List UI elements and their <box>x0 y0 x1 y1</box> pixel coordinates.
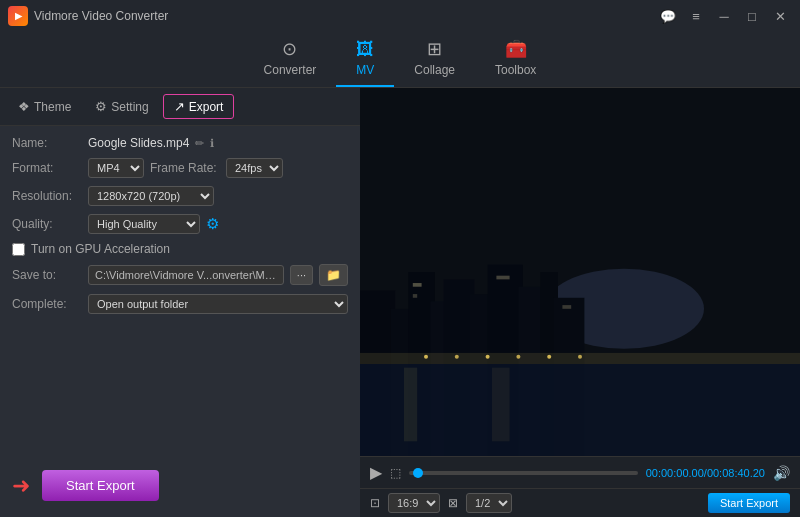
nav-collage-label: Collage <box>414 63 455 77</box>
scale-select[interactable]: 1/2 1/1 1/4 <box>466 493 512 513</box>
app-title: Vidmore Video Converter <box>34 9 168 23</box>
svg-rect-25 <box>492 368 510 442</box>
svg-rect-19 <box>413 283 422 287</box>
volume-icon[interactable]: 🔊 <box>773 465 790 481</box>
stop-button[interactable]: ⬚ <box>390 466 401 480</box>
form-area: Name: Google Slides.mp4 ✏ ℹ Format: MP4 … <box>0 126 360 454</box>
start-export-button[interactable]: Start Export <box>42 470 159 501</box>
saveto-folder-button[interactable]: 📁 <box>319 264 348 286</box>
titlebar-controls: 💬 ≡ ─ □ ✕ <box>656 6 792 26</box>
maximize-button[interactable]: □ <box>740 6 764 26</box>
nav-toolbox-label: Toolbox <box>495 63 536 77</box>
progress-bar[interactable] <box>409 471 638 475</box>
svg-point-14 <box>455 355 459 359</box>
nav-mv-label: MV <box>356 63 374 77</box>
arrow-icon: ➜ <box>12 473 30 499</box>
player-controls-2: ⊡ 16:9 4:3 1:1 ⊠ 1/2 1/1 1/4 Start Expor… <box>360 488 800 517</box>
resolution-label: Resolution: <box>12 189 82 203</box>
video-scene <box>360 88 800 456</box>
main-layout: ❖ Theme ⚙ Setting ↗ Export Name: Google … <box>0 88 800 517</box>
subtab-export-label: Export <box>189 100 224 114</box>
gpu-row: Turn on GPU Acceleration <box>12 242 348 256</box>
current-time: 00:00:00.00 <box>646 467 704 479</box>
export-area: ➜ Start Export <box>0 454 360 517</box>
svg-rect-23 <box>360 364 800 456</box>
complete-select[interactable]: Open output folder Do nothing Shut down <box>88 294 348 314</box>
titlebar: ▶ Vidmore Video Converter 💬 ≡ ─ □ ✕ <box>0 0 800 32</box>
export-icon: ↗ <box>174 99 185 114</box>
mv-icon: 🖼 <box>356 39 374 60</box>
name-info-icon[interactable]: ℹ <box>210 137 214 150</box>
subtabs: ❖ Theme ⚙ Setting ↗ Export <box>0 88 360 126</box>
framerate-label: Frame Rate: <box>150 161 220 175</box>
ratio-icon: ⊡ <box>370 496 380 510</box>
name-edit-icon[interactable]: ✏ <box>195 137 204 150</box>
svg-point-16 <box>516 355 520 359</box>
total-time: 00:08:40.20 <box>707 467 765 479</box>
menu-button[interactable]: ≡ <box>684 6 708 26</box>
subtab-theme-label: Theme <box>34 100 71 114</box>
quality-label: Quality: <box>12 217 82 231</box>
name-label: Name: <box>12 136 82 150</box>
framerate-select[interactable]: 24fps 30fps 60fps <box>226 158 283 178</box>
format-label: Format: <box>12 161 82 175</box>
name-value: Google Slides.mp4 <box>88 136 189 150</box>
left-panel: ❖ Theme ⚙ Setting ↗ Export Name: Google … <box>0 88 360 517</box>
saveto-row: Save to: C:\Vidmore\Vidmore V...onverter… <box>12 264 348 286</box>
format-row: Format: MP4 MOV AVI MKV Frame Rate: 24fp… <box>12 158 348 178</box>
svg-rect-20 <box>413 294 417 298</box>
name-row: Name: Google Slides.mp4 ✏ ℹ <box>12 136 348 150</box>
subtab-setting-label: Setting <box>111 100 148 114</box>
quality-select[interactable]: High Quality Standard Quality Low Qualit… <box>88 214 200 234</box>
top-navigation: ⊙ Converter 🖼 MV ⊞ Collage 🧰 Toolbox <box>0 32 800 88</box>
nav-collage[interactable]: ⊞ Collage <box>394 32 475 87</box>
video-background <box>360 88 800 456</box>
collage-icon: ⊞ <box>427 38 442 60</box>
time-display: 00:00:00.00/00:08:40.20 <box>646 467 765 479</box>
right-panel: ▶ ⬚ 00:00:00.00/00:08:40.20 🔊 ⊡ 16:9 4:3… <box>360 88 800 517</box>
svg-point-17 <box>547 355 551 359</box>
svg-point-15 <box>486 355 490 359</box>
subtab-export[interactable]: ↗ Export <box>163 94 235 119</box>
resolution-select[interactable]: 1280x720 (720p) 1920x1080 (1080p) 3840x2… <box>88 186 214 206</box>
export-small-button[interactable]: Start Export <box>708 493 790 513</box>
setting-icon: ⚙ <box>95 99 107 114</box>
titlebar-left: ▶ Vidmore Video Converter <box>8 6 168 26</box>
svg-rect-21 <box>496 276 509 280</box>
app-logo: ▶ <box>8 6 28 26</box>
theme-icon: ❖ <box>18 99 30 114</box>
resolution-row: Resolution: 1280x720 (720p) 1920x1080 (1… <box>12 186 348 206</box>
nav-converter-label: Converter <box>264 63 317 77</box>
minimize-button[interactable]: ─ <box>712 6 736 26</box>
svg-point-13 <box>424 355 428 359</box>
logo-text: ▶ <box>15 11 22 21</box>
svg-point-18 <box>578 355 582 359</box>
ratio-select[interactable]: 16:9 4:3 1:1 <box>388 493 440 513</box>
svg-rect-24 <box>404 368 417 442</box>
subtab-setting[interactable]: ⚙ Setting <box>85 95 158 118</box>
saveto-label: Save to: <box>12 268 82 282</box>
player-controls: ▶ ⬚ 00:00:00.00/00:08:40.20 🔊 <box>360 456 800 488</box>
gpu-checkbox[interactable] <box>12 243 25 256</box>
nav-mv[interactable]: 🖼 MV <box>336 33 394 87</box>
nav-toolbox[interactable]: 🧰 Toolbox <box>475 32 556 87</box>
converter-icon: ⊙ <box>282 38 297 60</box>
video-preview <box>360 88 800 456</box>
toolbox-icon: 🧰 <box>505 38 527 60</box>
subtab-theme[interactable]: ❖ Theme <box>8 95 81 118</box>
saveto-dots-button[interactable]: ··· <box>290 265 313 285</box>
complete-row: Complete: Open output folder Do nothing … <box>12 294 348 314</box>
close-button[interactable]: ✕ <box>768 6 792 26</box>
complete-label: Complete: <box>12 297 82 311</box>
saveto-path: C:\Vidmore\Vidmore V...onverter\MV Expor… <box>88 265 284 285</box>
nav-converter[interactable]: ⊙ Converter <box>244 32 337 87</box>
quality-settings-button[interactable]: ⚙ <box>206 215 219 233</box>
progress-dot <box>413 468 423 478</box>
format-select[interactable]: MP4 MOV AVI MKV <box>88 158 144 178</box>
gpu-label[interactable]: Turn on GPU Acceleration <box>31 242 170 256</box>
svg-rect-22 <box>562 305 571 309</box>
quality-row: Quality: High Quality Standard Quality L… <box>12 214 348 234</box>
play-button[interactable]: ▶ <box>370 463 382 482</box>
chat-button[interactable]: 💬 <box>656 6 680 26</box>
scale-icon: ⊠ <box>448 496 458 510</box>
